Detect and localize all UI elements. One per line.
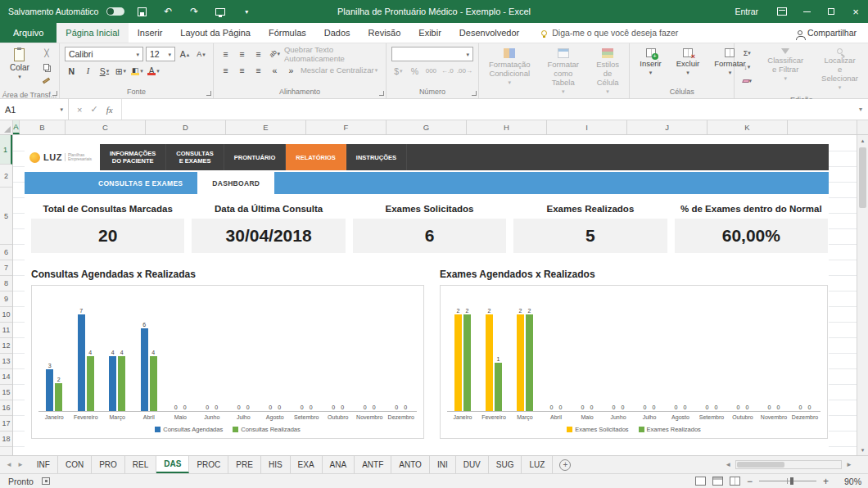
bold-button[interactable]: N: [65, 64, 79, 78]
row-header-9[interactable]: 9: [0, 291, 12, 307]
row-header-2[interactable]: 2: [0, 165, 12, 188]
align-right-icon[interactable]: ≡: [251, 63, 265, 77]
align-top-icon[interactable]: ≡: [219, 47, 233, 61]
sheet-tab-proc[interactable]: PROC: [189, 456, 228, 473]
nav-item-3[interactable]: RELATÓRIOS: [286, 144, 346, 170]
chart-exames[interactable]: Exames Agendados x Realizados 2221220000…: [440, 269, 828, 439]
comma-style-button[interactable]: 000: [424, 64, 438, 78]
row-header-18[interactable]: 18: [0, 432, 12, 447]
kpi-value[interactable]: 30/04/2018: [192, 219, 345, 253]
tab-desenvolvedor[interactable]: Desenvolvedor: [450, 23, 528, 43]
save-icon[interactable]: [133, 3, 151, 20]
underline-button[interactable]: S▾: [97, 64, 111, 78]
tab-revisao[interactable]: Revisão: [359, 23, 410, 43]
column-header-A[interactable]: A: [13, 120, 20, 134]
tab-layout-da-pagina[interactable]: Layout da Página: [171, 23, 260, 43]
column-header-G[interactable]: G: [387, 120, 467, 134]
column-header-B[interactable]: B: [20, 120, 66, 134]
kpi-value[interactable]: 6: [353, 219, 506, 253]
vertical-scroll-thumb[interactable]: [859, 147, 866, 208]
grow-font-button[interactable]: A▴: [178, 47, 192, 61]
decrease-indent-icon[interactable]: «: [268, 63, 282, 77]
cell-canvas[interactable]: LUZ Planilhas Empresariais INFORMAÇÕES D…: [13, 135, 857, 455]
nav-item-0[interactable]: INFORMAÇÕES DO PACIENTE: [100, 144, 166, 170]
column-header-J[interactable]: J: [627, 120, 708, 134]
font-name-select[interactable]: Calibri▾: [65, 47, 143, 61]
increase-indent-icon[interactable]: »: [284, 63, 298, 77]
find-select-button[interactable]: Localizar e Selecionar ▾: [816, 47, 863, 92]
row-header-13[interactable]: 13: [0, 354, 12, 369]
sheet-tab-antf[interactable]: ANTF: [355, 456, 391, 473]
minimize-button[interactable]: [794, 0, 819, 23]
tell-me-box[interactable]: Diga-me o que você deseja fazer: [541, 23, 678, 43]
tab-formulas[interactable]: Fórmulas: [260, 23, 315, 43]
row-header-14[interactable]: 14: [0, 369, 12, 385]
enter-entry-icon[interactable]: ✓: [90, 104, 97, 115]
borders-button[interactable]: ⊞▾: [114, 64, 128, 78]
cut-button[interactable]: ╳: [39, 47, 54, 59]
wrap-text-button[interactable]: Quebrar Texto Automaticamente: [284, 47, 381, 61]
format-as-table-button[interactable]: Formatar como Tabela ▾: [540, 47, 586, 96]
page-layout-view-icon[interactable]: [712, 477, 723, 486]
sheet-tab-exa[interactable]: EXA: [291, 456, 323, 473]
zoom-in-button[interactable]: +: [823, 476, 829, 487]
autosum-button[interactable]: Σ▾: [739, 47, 754, 59]
accounting-format-button[interactable]: $▾: [391, 64, 405, 78]
sheet-tab-duv[interactable]: DUV: [456, 456, 489, 473]
shrink-font-button[interactable]: A▾: [194, 47, 208, 61]
formula-bar-expand-icon[interactable]: ▾: [853, 99, 868, 120]
row-header-5[interactable]: 5: [0, 188, 12, 245]
autosave-toggle[interactable]: [106, 7, 124, 16]
close-button[interactable]: ×: [843, 0, 868, 23]
column-header-E[interactable]: E: [226, 120, 306, 134]
horizontal-scrollbar[interactable]: ◄ ►: [722, 456, 868, 473]
sheet-tab-con[interactable]: CON: [58, 456, 92, 473]
kpi-value[interactable]: 20: [31, 219, 184, 253]
kpi-value[interactable]: 5: [513, 219, 667, 253]
italic-button[interactable]: I: [81, 64, 95, 78]
dialog-launcher-icon[interactable]: [206, 91, 211, 96]
tab-arquivo[interactable]: Arquivo: [0, 23, 57, 43]
sheet-tab-rel[interactable]: REL: [125, 456, 156, 473]
nav-item-4[interactable]: INSTRUÇÕES: [346, 144, 407, 170]
row-header-10[interactable]: 10: [0, 307, 12, 323]
sheet-tab-luz[interactable]: LUZ: [522, 456, 553, 473]
nav-item-2[interactable]: PRONTUÁRIO: [224, 144, 286, 170]
sheet-tab-das[interactable]: DAS: [156, 456, 189, 473]
align-center-icon[interactable]: ≡: [235, 63, 249, 77]
percent-style-button[interactable]: %: [408, 64, 422, 78]
align-bottom-icon[interactable]: ≡: [251, 47, 265, 61]
select-all-corner[interactable]: [0, 120, 13, 134]
page-break-view-icon[interactable]: [730, 477, 740, 486]
zoom-slider[interactable]: [759, 481, 816, 481]
sheet-tab-pre[interactable]: PRE: [228, 456, 261, 473]
paste-button[interactable]: Colar ▾: [5, 47, 34, 81]
sheet-tab-sug[interactable]: SUG: [489, 456, 522, 473]
align-left-icon[interactable]: ≡: [219, 63, 233, 77]
sort-filter-button[interactable]: Classificar e Filtrar ▾: [762, 47, 808, 83]
orientation-button[interactable]: ab▾: [268, 47, 282, 61]
format-painter-button[interactable]: [39, 75, 54, 87]
align-middle-icon[interactable]: ≡: [235, 47, 249, 61]
zoom-slider-thumb[interactable]: [790, 477, 793, 485]
column-header-K[interactable]: K: [708, 120, 788, 134]
fill-color-button[interactable]: ◧▾: [130, 64, 144, 78]
sheet-nav-left-icon[interactable]: ◄: [6, 461, 12, 468]
row-header-6[interactable]: 6: [0, 245, 12, 260]
sheet-tab-anto[interactable]: ANTO: [391, 456, 430, 473]
row-header-8[interactable]: 8: [0, 276, 12, 291]
column-header-D[interactable]: D: [146, 120, 226, 134]
column-header-I[interactable]: I: [547, 120, 627, 134]
dialog-launcher-icon[interactable]: [472, 91, 477, 96]
fill-button[interactable]: ↓▾: [739, 61, 754, 73]
tab-exibir[interactable]: Exibir: [409, 23, 450, 43]
delete-cells-button[interactable]: × Excluir ▾: [671, 47, 705, 77]
undo-icon[interactable]: ↶: [159, 3, 177, 20]
maximize-button[interactable]: [819, 0, 843, 23]
sheet-tab-pro[interactable]: PRO: [92, 456, 125, 473]
sheet-tab-ini[interactable]: INI: [430, 456, 456, 473]
increase-decimal-button[interactable]: ←.0: [441, 64, 454, 78]
kpi-value[interactable]: 60,00%: [675, 219, 828, 253]
copy-button[interactable]: [39, 61, 54, 73]
row-header-15[interactable]: 15: [0, 385, 12, 400]
